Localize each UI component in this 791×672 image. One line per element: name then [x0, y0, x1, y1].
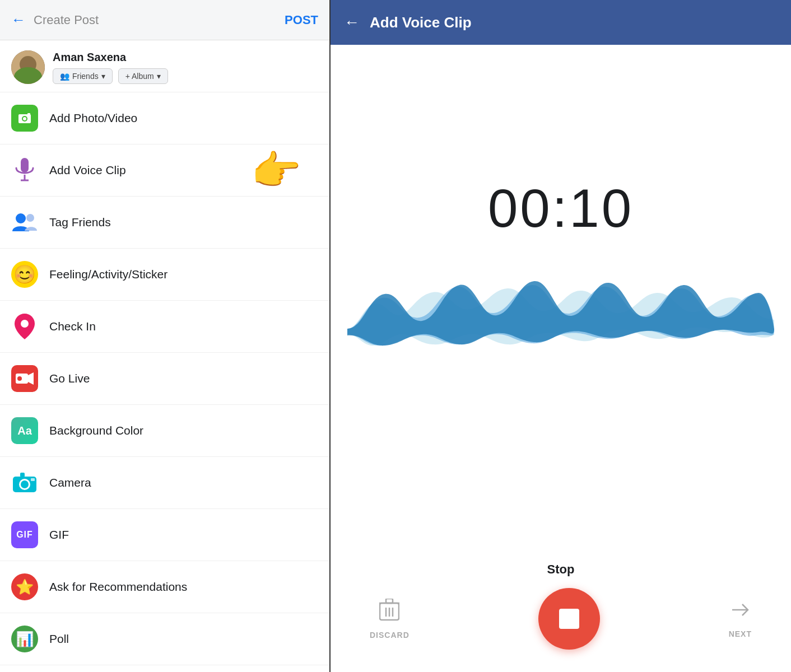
check-in-label: Check In [49, 320, 96, 333]
recommend-icon: ⭐ [11, 573, 38, 600]
next-arrow-icon [730, 600, 750, 625]
user-controls: 👥 Friends ▾ + Album ▾ [53, 68, 168, 84]
menu-item-voice-clip[interactable]: Add Voice Clip 👉 [0, 144, 329, 197]
friends-icon: 👥 [60, 72, 69, 81]
svg-point-10 [21, 320, 29, 328]
discard-label: DISCARD [370, 631, 410, 640]
menu-list: Add Photo/Video Add Voice Clip 👉 [0, 92, 329, 672]
svg-rect-17 [20, 473, 25, 477]
svg-rect-5 [21, 158, 29, 172]
menu-item-feeling[interactable]: 😊 Feeling/Activity/Sticker [0, 249, 329, 301]
create-post-title: Create Post [34, 13, 99, 27]
right-header: ← Add Voice Clip [331, 0, 791, 45]
stop-recording-button[interactable] [538, 588, 600, 650]
add-voice-clip-title: Add Voice Clip [370, 14, 472, 31]
next-label: NEXT [729, 629, 752, 638]
svg-point-16 [21, 480, 29, 488]
user-name: Aman Saxena [53, 51, 168, 64]
feeling-label: Feeling/Activity/Sticker [49, 268, 167, 281]
menu-item-recommend[interactable]: ⭐ Ask for Recommendations [0, 561, 329, 613]
gif-label: GIF [49, 528, 69, 542]
post-button[interactable]: POST [285, 13, 318, 27]
discard-button[interactable]: DISCARD [370, 599, 410, 640]
go-live-label: Go Live [49, 372, 90, 385]
svg-rect-21 [386, 599, 393, 603]
user-name-row: Aman Saxena 👥 Friends ▾ + Album ▾ [53, 51, 168, 84]
stop-label: Stop [547, 562, 575, 577]
menu-item-go-live[interactable]: Go Live [0, 353, 329, 405]
gif-icon: GIF [11, 521, 38, 548]
menu-item-check-in[interactable]: Check In [0, 301, 329, 353]
background-color-label: Background Color [49, 424, 143, 437]
photo-video-icon [11, 105, 38, 132]
album-label: + Album [125, 72, 154, 81]
camera-label: Camera [49, 476, 91, 489]
svg-point-3 [23, 117, 26, 120]
svg-point-9 [26, 214, 34, 222]
menu-item-tag-friends[interactable]: Tag Friends [0, 197, 329, 249]
go-live-icon [11, 365, 38, 392]
feeling-icon: 😊 [11, 261, 38, 288]
menu-item-poll[interactable]: 📊 Poll [0, 613, 329, 665]
discard-icon [379, 599, 399, 626]
svg-point-13 [17, 376, 22, 381]
svg-point-8 [16, 213, 26, 223]
back-button[interactable]: ← [11, 11, 26, 29]
menu-item-gif[interactable]: GIF GIF [0, 509, 329, 561]
camera-icon [11, 469, 38, 496]
stop-square-icon [559, 609, 579, 629]
poll-label: Poll [49, 632, 69, 646]
avatar-image [11, 50, 45, 84]
friends-label: Friends [72, 72, 99, 81]
voice-clip-label: Add Voice Clip [49, 164, 126, 177]
next-button[interactable]: NEXT [729, 600, 752, 638]
right-back-button[interactable]: ← [344, 13, 360, 31]
recommend-label: Ask for Recommendations [49, 580, 187, 594]
create-post-panel: ← Create Post POST Aman Saxena 👥 Friends… [0, 0, 331, 672]
tag-friends-label: Tag Friends [49, 216, 111, 229]
recording-timer: 00:10 [488, 178, 634, 239]
svg-marker-12 [28, 372, 34, 385]
voice-clip-icon [11, 157, 38, 184]
menu-item-camera[interactable]: Camera [0, 457, 329, 509]
album-button[interactable]: + Album ▾ [118, 68, 168, 84]
voice-recording-content: 00:10 [331, 45, 791, 551]
poll-icon: 📊 [11, 626, 38, 652]
control-row: DISCARD NEXT [347, 588, 774, 650]
friends-button[interactable]: 👥 Friends ▾ [53, 68, 113, 84]
user-info-row: Aman Saxena 👥 Friends ▾ + Album ▾ [0, 40, 329, 92]
check-in-icon [11, 313, 38, 340]
recording-controls: Stop DISCARD [331, 551, 791, 672]
waveform-container [347, 273, 774, 385]
left-header: ← Create Post POST [0, 0, 329, 40]
header-left: ← Create Post [11, 11, 99, 29]
menu-item-background-color[interactable]: Aa Background Color [0, 405, 329, 457]
background-color-icon: Aa [11, 417, 38, 444]
svg-rect-4 [27, 113, 30, 115]
avatar [11, 50, 45, 84]
add-voice-clip-panel: ← Add Voice Clip 00:10 Stop [331, 0, 791, 672]
friends-chevron: ▾ [101, 72, 105, 81]
waveform-svg [347, 273, 774, 385]
album-chevron: ▾ [157, 72, 161, 81]
pointing-hand-emoji: 👉 [251, 147, 301, 194]
menu-item-photo-video[interactable]: Add Photo/Video [0, 92, 329, 144]
photo-video-label: Add Photo/Video [49, 111, 137, 125]
svg-rect-18 [31, 478, 35, 481]
tag-friends-icon [11, 209, 38, 236]
